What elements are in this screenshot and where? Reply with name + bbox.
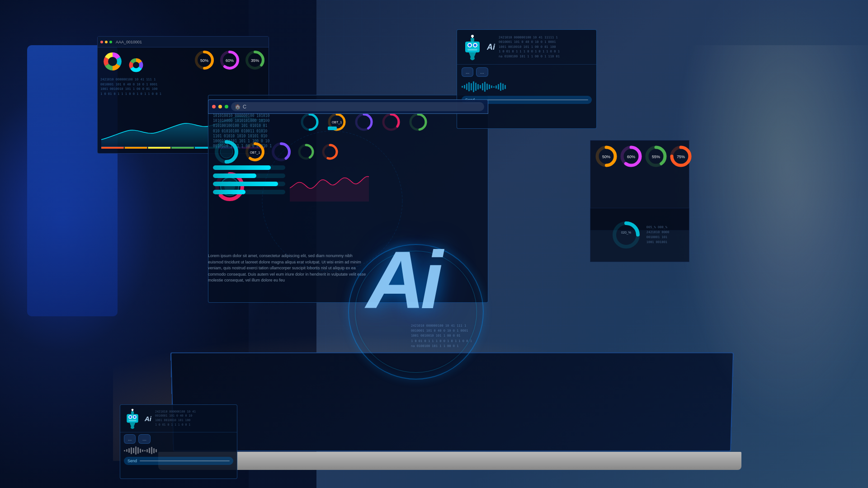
svg-rect-70 xyxy=(467,49,477,51)
bl-wave-8 xyxy=(140,449,141,453)
svg-rect-82 xyxy=(128,420,136,421)
chatbot-header-bottom-left: Ai 2421010 000000100 10 41 0010001 101 0… xyxy=(120,405,237,432)
dashboard-meter-2: OBT_1 xyxy=(326,111,348,133)
circle-metric-3: 55% xyxy=(644,144,669,169)
svg-marker-74 xyxy=(469,52,476,57)
svg-rect-17 xyxy=(171,147,194,149)
wave-bar-3 xyxy=(466,84,467,90)
svg-point-69 xyxy=(474,44,476,47)
svg-text:OBT_1: OBT_1 xyxy=(332,121,342,124)
progress-fill-2 xyxy=(213,174,256,178)
right-data-text: 2421010 000000100 10 41 111 1 0010001 10… xyxy=(407,322,489,351)
top-meters-section: OBT_1 xyxy=(299,111,483,133)
sound-wave-top-right xyxy=(457,80,596,94)
window-maximize-dot xyxy=(109,41,112,43)
wave-bar-1 xyxy=(462,86,463,88)
bl-wave-7 xyxy=(137,447,139,454)
wave-bar-14 xyxy=(491,85,492,88)
bubble-dots-1: ... xyxy=(466,70,469,75)
window-title-bar: AAA_0010001 xyxy=(98,37,269,47)
chatbot-data-lines: 2421010 000000100 10 41 11111 1 0010001 … xyxy=(499,35,592,59)
send-progress-bl xyxy=(140,460,230,461)
robot-icon-bottom-left xyxy=(124,407,141,430)
chatbot-panel-top-right: Ai 2421010 000000100 10 41 11111 1 00100… xyxy=(457,29,597,129)
wave-bar-16 xyxy=(495,85,497,89)
top-meters-row: 50% 60% 35% xyxy=(193,49,266,71)
bubble-bl-dots-2: ... xyxy=(142,436,146,441)
send-label-bottom-left: Send xyxy=(127,459,137,463)
chat-bubble-bl-2: ... xyxy=(138,434,150,444)
svg-marker-86 xyxy=(130,423,136,427)
dashboard-meter-3 xyxy=(353,111,375,133)
wave-bar-2 xyxy=(464,85,465,89)
pie-charts-row xyxy=(100,49,145,74)
url-text: C xyxy=(243,104,246,109)
circle-metric-2: 60% xyxy=(619,144,644,169)
chat-bubble-bl-1: ... xyxy=(124,434,136,444)
svg-text:50%: 50% xyxy=(602,155,610,159)
wave-chart-area xyxy=(290,165,371,202)
obt-donut: OBT_1 xyxy=(244,141,266,163)
pie-chart-1 xyxy=(100,49,125,74)
svg-rect-73 xyxy=(471,38,474,42)
bottom-metrics-container: 020_% 005_% 000_% 2421010 0000 0010001 1… xyxy=(607,216,673,254)
progress-fill-1 xyxy=(213,165,271,170)
meter-2: 60% xyxy=(219,49,241,71)
bl-wave-3 xyxy=(128,448,130,453)
svg-point-84 xyxy=(132,409,134,411)
right-data-text-2: 005_% 000_% 2421010 0000 0010001 101 100… xyxy=(646,225,670,245)
svg-text:75%: 75% xyxy=(677,155,685,159)
send-progress xyxy=(477,99,588,100)
progress-item-3 xyxy=(213,182,285,186)
dashboard-meter-1 xyxy=(299,111,321,133)
window-minimize-dot xyxy=(105,41,108,43)
binary-text-1: 101010010 000000100 101010 xyxy=(213,113,303,118)
binary-text-4: 010 01010100 010011 01010 xyxy=(213,129,303,134)
svg-rect-16 xyxy=(148,147,170,149)
laptop-screen xyxy=(170,352,734,452)
wave-bar-20 xyxy=(505,85,506,89)
large-donut-1 xyxy=(213,138,240,165)
laptop-base xyxy=(158,452,741,470)
chatbot-panel-bottom-left: Ai 2421010 000000100 10 41 0010001 101 0… xyxy=(120,404,237,479)
wave-bar-12 xyxy=(486,84,488,90)
purple-donut xyxy=(270,141,292,163)
progress-bars-section xyxy=(213,165,285,198)
progress-fill-3 xyxy=(213,182,278,186)
bl-wave-5 xyxy=(133,448,134,453)
svg-rect-65 xyxy=(465,42,480,52)
url-bar[interactable]: 🏠 C xyxy=(231,102,484,111)
progress-item-2 xyxy=(213,174,285,178)
wave-bar-10 xyxy=(482,83,483,90)
dashboard-meter-4 xyxy=(380,111,402,133)
send-bar-bottom-left[interactable]: Send xyxy=(124,457,233,465)
chat-bubbles-bottom-left: ... ... xyxy=(120,432,237,446)
svg-point-80 xyxy=(129,416,132,418)
center-browser-bar: 🏠 C xyxy=(208,99,488,114)
svg-rect-14 xyxy=(101,147,124,149)
right-metrics-panel-2: 020_% 005_% 000_% 2421010 0000 0010001 1… xyxy=(590,208,689,262)
wave-bar-9 xyxy=(480,85,481,89)
wave-bar-15 xyxy=(493,86,495,88)
svg-rect-85 xyxy=(131,411,134,414)
person-right-silhouette xyxy=(665,45,868,452)
svg-point-68 xyxy=(468,44,471,47)
pie-chart-2 xyxy=(127,56,145,74)
progress-fill-4 xyxy=(213,190,245,194)
robot-icon-top-right xyxy=(462,33,483,61)
lorem-text-area: Lorem ipsum dolor sit amet, consectetur … xyxy=(208,253,366,284)
chat-bubble-1: ... xyxy=(462,67,473,77)
bl-wave-10 xyxy=(144,450,146,451)
window-close-dot xyxy=(100,41,103,43)
green-small-donut xyxy=(296,142,316,162)
binary-text-3: 010100100100 101 01010 01 xyxy=(213,123,303,128)
bl-wave-11 xyxy=(146,449,148,452)
wave-bar-18 xyxy=(500,83,501,91)
wave-bar-13 xyxy=(489,84,490,89)
donut-charts-row: OBT_1 xyxy=(213,138,483,165)
browser-dot-yellow xyxy=(218,105,222,108)
circle-meters-row: 50% 60% 55% 75% xyxy=(590,141,689,173)
wave-bar-4 xyxy=(468,82,470,91)
metrics-data-text: 2421010 000000100 10 41 111 1 0010001 10… xyxy=(100,77,266,96)
bl-wave-14 xyxy=(153,448,155,453)
